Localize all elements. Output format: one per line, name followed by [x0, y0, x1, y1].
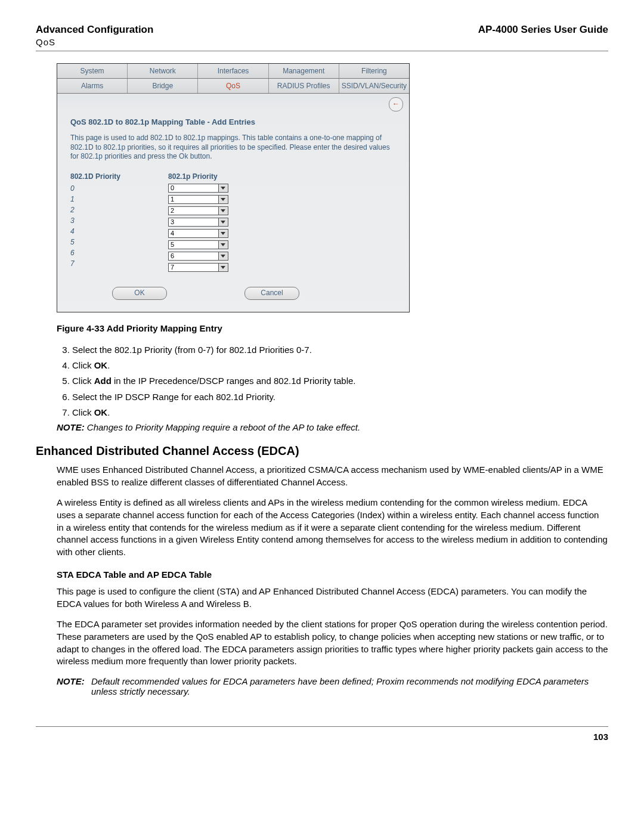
tab-ssid-vlan-security[interactable]: SSID/VLAN/Security: [339, 79, 409, 93]
tab-alarms[interactable]: Alarms: [57, 79, 128, 93]
note-text: Default recommended values for EDCA para…: [91, 676, 608, 696]
priority-p-select-0[interactable]: 0: [168, 184, 219, 193]
dropdown-icon[interactable]: [219, 240, 228, 249]
tab-system[interactable]: System: [57, 64, 128, 78]
edca-para-3: This page is used to configure the clien…: [57, 586, 608, 610]
priority-p-select-6[interactable]: 6: [168, 252, 219, 261]
dropdown-icon[interactable]: [219, 252, 228, 261]
priority-p-column: 802.1p Priority 0 1 2 3 4 5 6 7: [168, 172, 228, 274]
page-footer: 103: [36, 726, 608, 742]
col-header-802-1p: 802.1p Priority: [168, 172, 228, 181]
dropdown-icon[interactable]: [219, 263, 228, 272]
step-3: Select the 802.1p Priority (from 0-7) fo…: [72, 344, 608, 356]
edca-para-2: A wireless Entity is defined as all wire…: [57, 497, 608, 558]
priority-d-column: 802.1D Priority 0 1 2 3 4 5 6 7: [70, 172, 120, 274]
dropdown-icon[interactable]: [219, 229, 228, 238]
page-number: 103: [593, 732, 608, 742]
header-left-sub: QoS: [36, 37, 153, 47]
priority-p-select-5[interactable]: 5: [168, 240, 219, 249]
priority-table: 802.1D Priority 0 1 2 3 4 5 6 7 802.1p P…: [70, 172, 396, 274]
priority-p-select-4[interactable]: 4: [168, 229, 219, 238]
priority-d-5: 5: [70, 237, 120, 247]
tabs-row-2: Alarms Bridge QoS RADIUS Profiles SSID/V…: [57, 79, 409, 94]
tab-radius-profiles[interactable]: RADIUS Profiles: [269, 79, 339, 93]
priority-d-7: 7: [70, 258, 120, 269]
priority-d-0: 0: [70, 183, 120, 194]
priority-d-1: 1: [70, 194, 120, 205]
step-7: Click OK.: [72, 407, 608, 419]
ok-button[interactable]: OK: [112, 287, 167, 300]
tab-network[interactable]: Network: [128, 64, 198, 78]
step-6: Select the IP DSCP Range for each 802.1d…: [72, 391, 608, 403]
figure-caption: Figure 4-33 Add Priority Mapping Entry: [57, 323, 608, 333]
note-label: NOTE:: [57, 676, 91, 696]
priority-d-2: 2: [70, 205, 120, 215]
note-priority-mapping: NOTE: Changes to Priority Mapping requir…: [57, 422, 608, 432]
section-edca-heading: Enhanced Distributed Channel Access (EDC…: [36, 444, 608, 458]
header-right-title: AP-4000 Series User Guide: [478, 24, 608, 36]
priority-p-select-2[interactable]: 2: [168, 206, 219, 215]
back-arrow-icon[interactable]: ←: [389, 97, 403, 112]
dropdown-icon[interactable]: [219, 195, 228, 204]
priority-d-6: 6: [70, 247, 120, 258]
button-row: OK Cancel: [70, 287, 396, 300]
priority-d-4: 4: [70, 226, 120, 237]
tab-qos[interactable]: QoS: [198, 79, 268, 93]
dropdown-icon[interactable]: [219, 218, 228, 227]
priority-p-select-7[interactable]: 7: [168, 263, 219, 272]
tab-management[interactable]: Management: [269, 64, 339, 78]
config-screenshot: System Network Interfaces Management Fil…: [57, 63, 410, 312]
header-left: Advanced Configuration QoS: [36, 24, 153, 47]
col-header-802-1d: 802.1D Priority: [70, 172, 120, 181]
step-5: Click Add in the IP Precedence/DSCP rang…: [72, 375, 608, 387]
tabs-row-1: System Network Interfaces Management Fil…: [57, 64, 409, 79]
panel-content: ← QoS 802.1D to 802.1p Mapping Table - A…: [57, 94, 409, 312]
note-text: Changes to Priority Mapping require a re…: [87, 422, 360, 432]
priority-p-select-1[interactable]: 1: [168, 195, 219, 204]
panel-title: QoS 802.1D to 802.1p Mapping Table - Add…: [70, 117, 396, 126]
tab-bridge[interactable]: Bridge: [128, 79, 198, 93]
dropdown-icon[interactable]: [219, 184, 228, 193]
dropdown-icon[interactable]: [219, 206, 228, 215]
priority-p-select-3[interactable]: 3: [168, 218, 219, 227]
edca-para-1: WME uses Enhanced Distributed Channel Ac…: [57, 464, 608, 488]
step-4: Click OK.: [72, 360, 608, 371]
edca-para-4: The EDCA parameter set provides informat…: [57, 618, 608, 668]
page-header: Advanced Configuration QoS AP-4000 Serie…: [36, 24, 608, 51]
note-edca-defaults: NOTE: Default recommended values for EDC…: [57, 676, 608, 696]
tab-interfaces[interactable]: Interfaces: [198, 64, 268, 78]
note-label: NOTE:: [57, 422, 85, 432]
subsection-sta-ap-edca: STA EDCA Table and AP EDCA Table: [57, 569, 608, 580]
panel-description: This page is used to add 802.1D to 802.1…: [70, 134, 396, 162]
instruction-steps: Select the 802.1p Priority (from 0-7) fo…: [57, 344, 608, 419]
cancel-button[interactable]: Cancel: [244, 287, 299, 300]
priority-d-3: 3: [70, 215, 120, 226]
tab-filtering[interactable]: Filtering: [339, 64, 409, 78]
header-left-title: Advanced Configuration: [36, 24, 153, 36]
